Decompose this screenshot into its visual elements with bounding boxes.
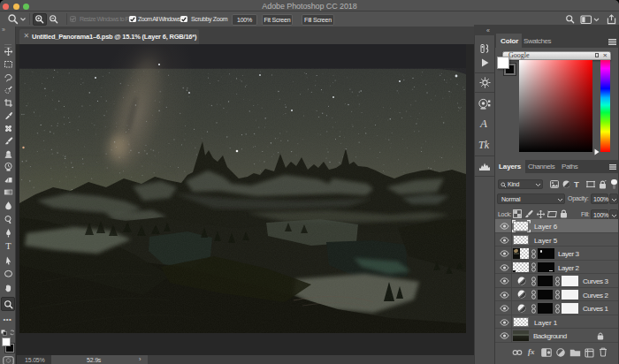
svg-text:T: T	[5, 241, 11, 251]
